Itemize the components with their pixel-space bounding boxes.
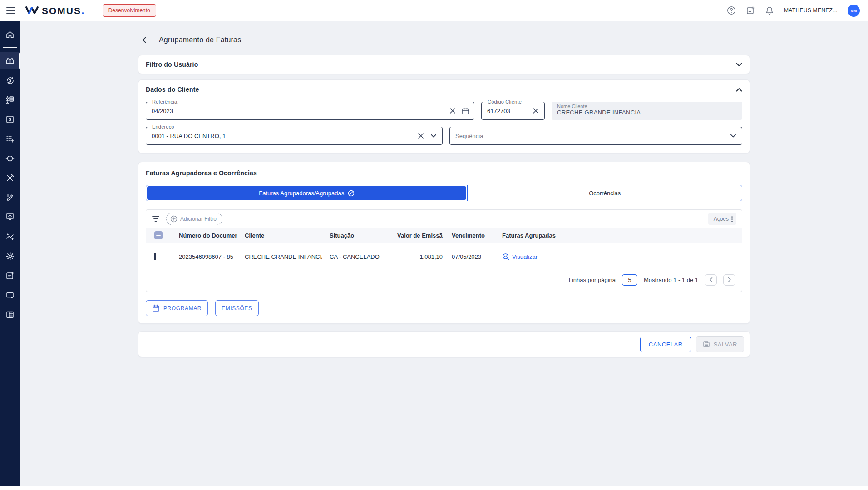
notifications-bell-icon[interactable]	[765, 6, 774, 15]
sidebar-item-grid[interactable]	[0, 306, 20, 323]
codigo-cliente-value: 6172703	[487, 108, 532, 114]
sidebar-item-card-check[interactable]	[0, 287, 20, 304]
clear-icon[interactable]	[532, 107, 540, 115]
add-filter-label: Adicionar Filtro	[180, 216, 217, 222]
logo-mark-icon	[25, 6, 39, 15]
sidebar-item-currency-sync[interactable]	[0, 72, 20, 89]
client-data-title: Dados do Cliente	[146, 86, 199, 93]
cancelar-button[interactable]: CANCELAR	[640, 337, 691, 352]
help-icon[interactable]	[727, 6, 736, 15]
avatar[interactable]: MM	[848, 5, 860, 17]
row-vencimento: 07/05/2023	[443, 253, 495, 260]
referencia-field[interactable]: Referência 04/2023	[146, 102, 474, 120]
programar-button[interactable]: PROGRAMAR	[146, 300, 208, 316]
magnifier-check-icon	[502, 253, 510, 261]
grouping-title: Faturas Agrupadoras e Ocorrências	[146, 169, 742, 177]
top-bar: somus. Desenvolvimento MATHEUS MENEZ... …	[0, 0, 868, 21]
codigo-cliente-label: Código Cliente	[486, 99, 523, 104]
chevron-down-icon[interactable]	[736, 60, 742, 69]
row-situacao: CA - CANCELADO	[322, 253, 397, 260]
sidebar-item-client-list[interactable]	[0, 91, 20, 109]
emissoes-label: EMISSÕES	[222, 305, 252, 312]
user-filter-panel[interactable]: Filtro do Usuário	[138, 55, 750, 74]
sidebar-item-home[interactable]	[0, 26, 20, 43]
row-checkbox[interactable]	[154, 253, 156, 260]
add-filter-button[interactable]: Adicionar Filtro	[166, 213, 222, 225]
sidebar-item-inspect[interactable]	[0, 208, 20, 226]
sidebar-item-settings[interactable]	[0, 247, 20, 265]
chevron-up-icon[interactable]	[736, 85, 742, 94]
block-circle-icon	[348, 190, 355, 197]
sidebar-divider	[3, 47, 17, 48]
referencia-label: Referência	[150, 99, 179, 104]
endereco-label: Endereço	[150, 124, 176, 129]
menu-icon[interactable]	[6, 7, 15, 14]
user-name[interactable]: MATHEUS MENEZ...	[784, 7, 838, 14]
main-content: Agrupamento de Faturas Filtro do Usuário…	[20, 21, 868, 486]
select-all-checkbox[interactable]	[154, 231, 163, 239]
nome-cliente-field: Nome Cliente CRECHE GRANDE INFANCIA	[552, 102, 742, 120]
calendar-icon[interactable]	[461, 107, 469, 115]
inspect-eye-icon	[5, 213, 15, 222]
analytics-icon	[5, 232, 15, 241]
clear-icon[interactable]	[449, 107, 457, 115]
table-header-row: Número do Documento Cliente Situação Val…	[146, 228, 742, 243]
codigo-cliente-field[interactable]: Código Cliente 6172703	[481, 102, 545, 120]
save-floppy-icon	[703, 341, 710, 348]
tools-icon	[5, 173, 15, 183]
client-data-header[interactable]: Dados do Cliente	[138, 80, 750, 99]
calendar-icon	[152, 304, 160, 312]
col-faturas-agrupadas: Faturas Agrupadas	[495, 232, 742, 239]
sequencia-select[interactable]: Sequência	[449, 127, 742, 145]
sidebar-item-billing[interactable]	[0, 111, 20, 128]
emissoes-button[interactable]: EMISSÕES	[215, 300, 258, 316]
environment-badge: Desenvolvimento	[103, 4, 156, 17]
compass-icon	[5, 154, 15, 163]
new-note-icon[interactable]	[746, 6, 755, 15]
sidebar	[0, 21, 20, 486]
actions-button[interactable]: Ações	[708, 213, 736, 225]
plus-circle-icon	[170, 215, 178, 223]
endereco-value: 0001 - RUA DO CENTRO, 1	[152, 133, 417, 139]
filter-funnel-icon[interactable]	[152, 215, 160, 223]
logo-text: somus	[42, 5, 81, 16]
houses-icon	[5, 56, 15, 65]
sequencia-placeholder: Sequência	[455, 133, 729, 139]
referencia-value: 04/2023	[152, 108, 449, 114]
prev-page-button[interactable]	[705, 274, 717, 286]
col-numero-documento: Número do Documento	[172, 232, 237, 239]
visualizar-link[interactable]: Visualizar	[502, 253, 742, 261]
sidebar-item-list-add[interactable]	[0, 130, 20, 148]
app-logo: somus.	[25, 4, 84, 17]
sidebar-item-properties[interactable]	[0, 52, 20, 69]
clear-icon[interactable]	[417, 132, 425, 140]
sidebar-item-note-add[interactable]	[0, 267, 20, 284]
logo-dot: .	[81, 4, 84, 17]
tab-ocorrencias[interactable]: Ocorrências	[468, 185, 742, 201]
endereco-field[interactable]: Endereço 0001 - RUA DO CENTRO, 1	[146, 127, 443, 145]
client-data-panel: Dados do Cliente Referência 04/2023	[138, 79, 750, 153]
salvar-button[interactable]: SALVAR	[696, 336, 744, 352]
page-title: Agrupamento de Faturas	[159, 36, 241, 44]
next-page-button[interactable]	[723, 274, 735, 286]
tab-bar: Faturas Agrupadoras/Agrupadas Ocorrência…	[146, 185, 742, 201]
list-add-icon	[5, 134, 15, 144]
visualizar-label: Visualizar	[512, 253, 538, 260]
sidebar-item-analytics[interactable]	[0, 228, 20, 245]
salvar-label: SALVAR	[714, 341, 737, 348]
card-check-icon	[5, 291, 15, 300]
rows-per-page-input[interactable]	[622, 274, 637, 286]
currency-sync-icon	[5, 76, 15, 85]
sidebar-item-compass[interactable]	[0, 150, 20, 167]
back-arrow-icon[interactable]	[142, 35, 152, 45]
tab-faturas-agrupadoras[interactable]: Faturas Agrupadoras/Agrupadas	[147, 186, 466, 200]
chevron-down-icon[interactable]	[429, 132, 438, 140]
home-icon	[5, 30, 15, 39]
settings-gear-icon	[5, 252, 15, 261]
row-cliente: CRECHE GRANDE INFANCIA	[237, 253, 322, 260]
table-container: Adicionar Filtro Ações Número do Documen…	[146, 209, 742, 292]
sidebar-item-tools[interactable]	[0, 169, 20, 187]
chevron-down-icon[interactable]	[729, 132, 737, 140]
sidebar-item-edit[interactable]	[0, 189, 20, 206]
table-row[interactable]: 2023546098607 - 85 CRECHE GRANDE INFANCI…	[146, 243, 742, 271]
